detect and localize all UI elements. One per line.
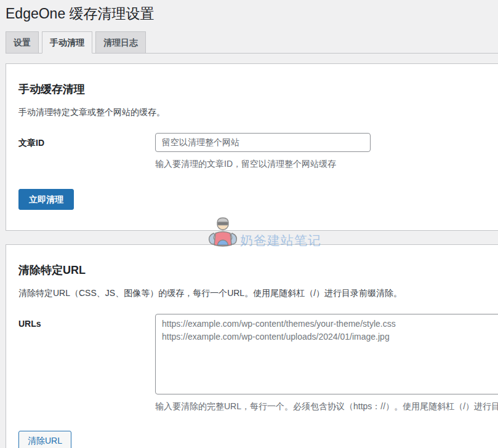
purge-now-button[interactable]: 立即清理 xyxy=(18,189,74,210)
post-id-label: 文章ID xyxy=(18,133,155,148)
url-purge-card: 清除特定URL 清除特定URL（CSS、JS、图像等）的缓存，每行一个URL。使… xyxy=(6,244,498,448)
manual-purge-heading: 手动缓存清理 xyxy=(18,82,498,97)
post-id-input[interactable] xyxy=(155,133,371,152)
tab-bar: 设置 手动清理 清理日志 xyxy=(6,30,498,54)
tab-settings[interactable]: 设置 xyxy=(6,31,39,54)
manual-purge-description: 手动清理特定文章或整个网站的缓存。 xyxy=(18,106,498,118)
url-purge-description: 清除特定URL（CSS、JS、图像等）的缓存，每行一个URL。使用尾随斜杠（/）… xyxy=(18,287,498,299)
urls-row: URLs 输入要清除的完整URL，每行一个。必须包含协议（https：//）。使… xyxy=(18,314,498,412)
urls-help: 输入要清除的完整URL，每行一个。必须包含协议（https：//）。使用尾随斜杠… xyxy=(155,400,498,412)
tab-purge-log[interactable]: 清理日志 xyxy=(95,31,146,54)
manual-purge-card: 手动缓存清理 手动清理特定文章或整个网站的缓存。 文章ID 输入要清理的文章ID… xyxy=(6,63,498,231)
page-title: EdgeOne 缓存清理设置 xyxy=(6,0,498,30)
post-id-field: 输入要清理的文章ID，留空以清理整个网站缓存 xyxy=(155,133,498,170)
urls-label: URLs xyxy=(18,314,155,329)
urls-textarea[interactable] xyxy=(155,314,498,394)
purge-url-button[interactable]: 清除URL xyxy=(18,431,71,448)
urls-field: 输入要清除的完整URL，每行一个。必须包含协议（https：//）。使用尾随斜杠… xyxy=(155,314,498,412)
tab-manual-purge[interactable]: 手动清理 xyxy=(42,31,92,54)
post-id-row: 文章ID 输入要清理的文章ID，留空以清理整个网站缓存 xyxy=(18,133,498,170)
settings-page: EdgeOne 缓存清理设置 设置 手动清理 清理日志 手动缓存清理 手动清理特… xyxy=(0,0,498,448)
url-purge-heading: 清除特定URL xyxy=(18,263,498,278)
post-id-help: 输入要清理的文章ID，留空以清理整个网站缓存 xyxy=(155,158,498,170)
